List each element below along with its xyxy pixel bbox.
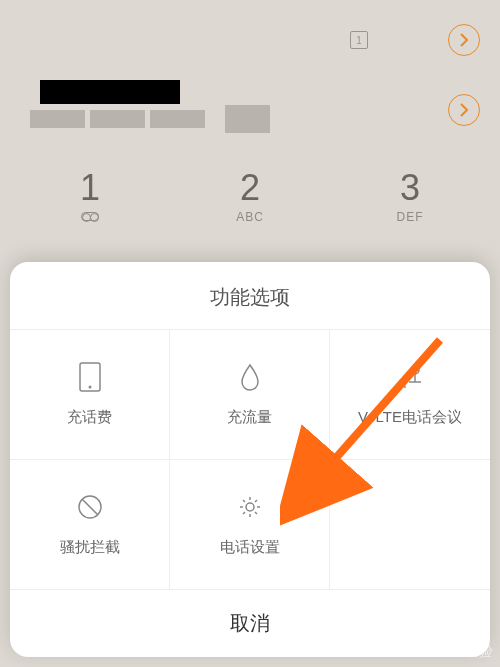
key-number: 3 xyxy=(330,170,490,206)
option-label: 充流量 xyxy=(227,408,272,427)
phone-card-icon xyxy=(75,362,105,392)
dial-key-1[interactable]: 1 xyxy=(10,170,170,224)
option-volte-conference[interactable]: VoLTE电话会议 xyxy=(330,330,490,460)
option-label: 电话设置 xyxy=(220,538,280,557)
option-phone-settings[interactable]: 电话设置 xyxy=(170,460,330,590)
redacted-block xyxy=(30,110,85,128)
key-number: 2 xyxy=(170,170,330,206)
option-label: 骚扰拦截 xyxy=(60,538,120,557)
key-sub xyxy=(10,210,170,224)
call-row[interactable]: 1 xyxy=(0,10,500,70)
cancel-button[interactable]: 取消 xyxy=(10,590,490,657)
svg-point-1 xyxy=(88,386,91,389)
droplet-icon xyxy=(235,362,265,392)
call-detail-button[interactable] xyxy=(448,24,480,56)
dialpad-row: 1 2 ABC 3 DEF xyxy=(0,150,500,244)
option-label: 充话费 xyxy=(67,408,112,427)
option-recharge-balance[interactable]: 充话费 xyxy=(10,330,170,460)
key-sub: ABC xyxy=(170,210,330,224)
sim-icon: 1 xyxy=(350,31,368,49)
option-label: VoLTE电话会议 xyxy=(358,408,462,427)
svg-point-7 xyxy=(246,503,254,511)
options-sheet: 功能选项 充话费 充流量 VoLTE电话会议 骚扰拦截 xyxy=(10,262,490,657)
dial-key-2[interactable]: 2 ABC xyxy=(170,170,330,224)
sheet-title: 功能选项 xyxy=(10,262,490,330)
redacted-block xyxy=(150,110,205,128)
option-spam-block[interactable]: 骚扰拦截 xyxy=(10,460,170,590)
redacted-block xyxy=(225,105,270,133)
option-empty xyxy=(330,460,490,590)
voicemail-icon xyxy=(81,212,99,221)
options-grid: 充话费 充流量 VoLTE电话会议 骚扰拦截 电话设置 xyxy=(10,330,490,590)
svg-point-2 xyxy=(411,366,419,374)
option-recharge-data[interactable]: 充流量 xyxy=(170,330,330,460)
block-icon xyxy=(75,492,105,522)
redacted-block xyxy=(40,80,180,104)
call-detail-button[interactable] xyxy=(448,94,480,126)
dial-key-3[interactable]: 3 DEF xyxy=(330,170,490,224)
mic-conference-icon xyxy=(395,362,425,392)
key-number: 1 xyxy=(10,170,170,206)
gear-icon xyxy=(235,492,265,522)
svg-line-6 xyxy=(82,499,98,515)
key-sub: DEF xyxy=(330,210,490,224)
redacted-block xyxy=(90,110,145,128)
